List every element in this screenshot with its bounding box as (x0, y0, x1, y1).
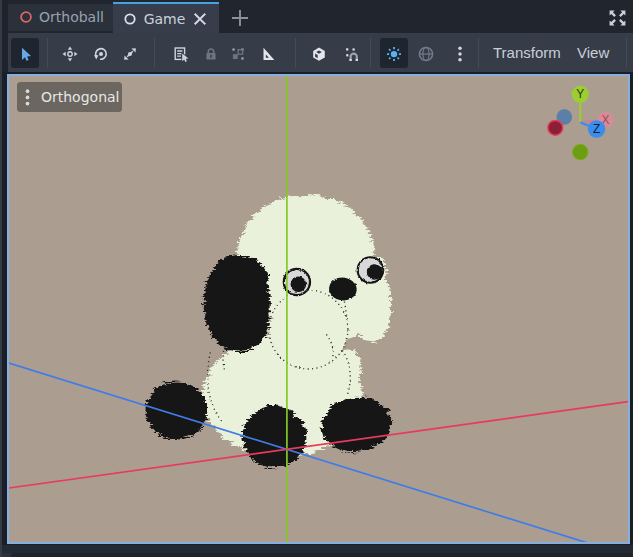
gizmo-neg-y-ball[interactable] (572, 144, 588, 160)
kebab-icon[interactable] (452, 46, 468, 62)
close-icon[interactable] (193, 12, 207, 26)
gizmo-y-label: Y (576, 87, 584, 101)
separator (478, 38, 479, 68)
dog-foot-front (242, 406, 306, 467)
spatial-toolbar: Transform View (2, 33, 633, 72)
tab-game[interactable]: Game (113, 4, 220, 33)
group-icon[interactable] (230, 46, 246, 62)
gizmo-neg-x-ball[interactable] (547, 120, 562, 135)
bottom-panel-inner (11, 553, 633, 557)
separator (154, 38, 155, 68)
left-dock-edge (2, 0, 8, 72)
scene-tab-bar: Orthoball Game (2, 0, 633, 33)
viewport-frame: X Z Y Orthogonal (2, 72, 633, 553)
cube-icon[interactable] (311, 46, 327, 62)
scene-circle-icon (123, 12, 137, 26)
globe-icon[interactable] (418, 46, 434, 62)
rotate-icon[interactable] (93, 46, 109, 62)
sun-icon[interactable] (386, 46, 402, 62)
select-arrow-icon[interactable] (17, 46, 33, 62)
projection-label: Orthogonal (41, 89, 120, 105)
scene-3d: X Z Y (9, 76, 629, 543)
viewport-3d[interactable]: X Z Y Orthogonal (7, 74, 631, 545)
dog-eye-right (356, 256, 384, 284)
dog-ear (203, 253, 269, 351)
move-icon[interactable] (62, 46, 78, 62)
view-menu[interactable]: View (577, 33, 609, 72)
scale-icon[interactable] (122, 46, 138, 62)
tab-label: Orthoball (39, 9, 104, 25)
gizmo-z-label: Z (593, 122, 600, 136)
axis-gizmo[interactable]: X Z Y (547, 85, 613, 159)
kebab-icon (24, 88, 34, 106)
separator (47, 38, 48, 68)
separator (295, 38, 296, 68)
magnet-icon[interactable] (343, 46, 360, 62)
list-select-icon[interactable] (173, 46, 189, 62)
add-tab-plus-icon[interactable] (230, 8, 250, 28)
dog-foot-left (145, 381, 207, 439)
scene-circle-icon (19, 10, 33, 24)
godot-editor-window: Orthoball Game (0, 0, 633, 557)
lock-icon[interactable] (203, 46, 219, 62)
transform-menu[interactable]: Transform (493, 33, 561, 72)
separator (370, 38, 371, 68)
plush-dog-model[interactable] (145, 193, 395, 466)
bottom-panel-edge (2, 553, 633, 557)
tab-orthoball[interactable]: Orthoball (8, 4, 113, 31)
separator (626, 38, 627, 68)
tab-label: Game (144, 11, 186, 27)
expand-icon[interactable] (607, 8, 629, 29)
projection-menu-button[interactable]: Orthogonal (17, 82, 122, 112)
ruler-icon[interactable] (260, 46, 276, 62)
bottom-gap (2, 545, 633, 553)
